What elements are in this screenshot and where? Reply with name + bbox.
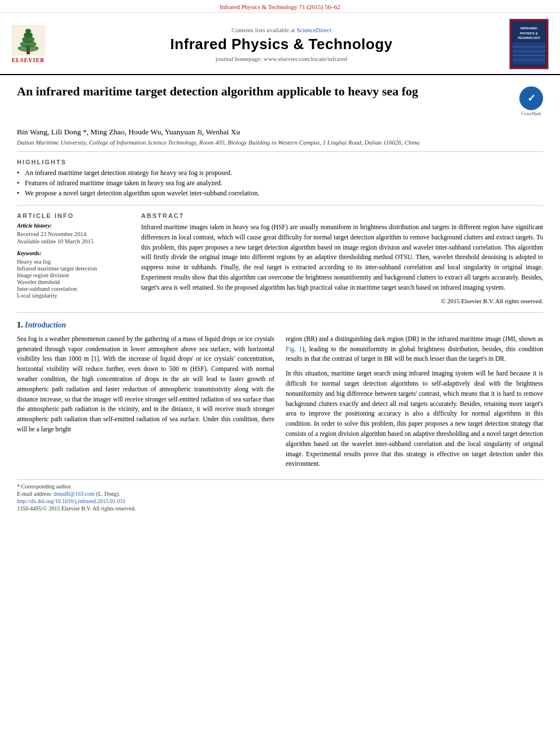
keyword-1: Heavy sea fog (17, 259, 130, 265)
intro-right-col: region (BR) and a distinguishing dark re… (286, 334, 543, 474)
article-footer: * Corresponding author. E-mail address: … (17, 479, 543, 512)
abstract-copyright: © 2015 Elsevier B.V. All rights reserved… (141, 298, 543, 304)
journal-title: Infrared Physics & Technology (54, 36, 509, 53)
keyword-4: Wavelet threshold (17, 279, 130, 285)
abstract-col: ABSTRACT Infrared maritime images taken … (141, 212, 543, 304)
article-title: An infrared maritime target detection al… (17, 84, 519, 100)
svg-text:TECHNOLOGY: TECHNOLOGY (517, 36, 540, 40)
intro-header: 1. Introduction (17, 321, 543, 330)
svg-rect-16 (513, 42, 545, 64)
contents-line: Contents lists available at ScienceDirec… (54, 27, 509, 33)
svg-point-10 (34, 43, 36, 45)
authors-line: Bin Wang, Lili Dong *, Ming Zhao, Houde … (17, 128, 543, 137)
article-title-section: An infrared maritime target detection al… (17, 84, 543, 122)
crossmark-text: CrossMark (521, 111, 541, 116)
article-info-label: ARTICLE INFO (17, 212, 130, 219)
svg-point-6 (25, 29, 31, 33)
affiliation-line: Dalian Maritime University, College of I… (17, 139, 543, 152)
available-date: Available online 10 March 2015 (17, 238, 130, 244)
article-history: Article history: Received 23 November 20… (17, 222, 130, 244)
svg-text:PHYSICS &: PHYSICS & (520, 32, 538, 35)
homepage-line: journal homepage: www.elsevier.com/locat… (54, 55, 509, 62)
svg-point-8 (36, 47, 38, 49)
fig1-link[interactable]: Fig. 1 (286, 346, 302, 352)
keyword-5: Inter-subband correlation (17, 286, 130, 292)
journal-header: ELSEVIER Contents lists available at Sci… (0, 13, 560, 75)
info-abstract-section: ARTICLE INFO Article history: Received 2… (17, 212, 543, 313)
journal-citation: Infrared Physics & Technology 71 (2015) … (0, 0, 560, 13)
intro-body: Sea fog is a weather phenomenon caused b… (17, 334, 543, 474)
sciencedirect-link[interactable]: ScienceDirect (296, 27, 331, 33)
email-line: E-mail address: drnudll@163.com (L. Dong… (17, 491, 543, 497)
history-label: Article history: (17, 222, 130, 229)
svg-point-9 (20, 43, 23, 45)
keyword-3: Image region division (17, 272, 130, 278)
highlights-item-3: We propose a novel target detection algo… (17, 189, 543, 198)
crossmark-badge: ✓ CrossMark (519, 86, 543, 116)
abstract-text: Infrared maritime images taken in heavy … (141, 222, 543, 293)
main-content: An infrared maritime target detection al… (0, 75, 560, 524)
introduction-section: 1. Introduction Sea fog is a weather phe… (17, 321, 543, 474)
author-email-link[interactable]: drnudll@163.com (54, 491, 95, 497)
doi-link[interactable]: http://dx.doi.org/10.1016/j.infrared.201… (17, 498, 125, 504)
received-date: Received 23 November 2014 (17, 231, 130, 237)
intro-left-para-1: Sea fog is a weather phenomenon caused b… (17, 334, 274, 435)
abstract-label: ABSTRACT (141, 212, 543, 219)
intro-right-para-2: In this situation, maritime target searc… (286, 369, 543, 469)
journal-center: Contents lists available at ScienceDirec… (54, 27, 509, 62)
doi-line: http://dx.doi.org/10.1016/j.infrared.201… (17, 498, 543, 504)
elsevier-tree-icon (11, 25, 45, 56)
keyword-6: Local singularity (17, 292, 130, 299)
section-title: Introduction (25, 321, 66, 329)
keyword-2: Infrared maritime target detection (17, 265, 130, 272)
crossmark-icon: ✓ (519, 86, 543, 110)
highlights-item-2: Features of infrared maritime image take… (17, 179, 543, 187)
keywords-section: Keywords: Heavy sea fog Infrared maritim… (17, 250, 130, 299)
svg-text:INFRARED: INFRARED (520, 27, 537, 30)
intro-left-col: Sea fog is a weather phenomenon caused b… (17, 334, 274, 474)
corresponding-author-note: * Corresponding author. (17, 483, 543, 490)
highlights-section: HIGHLIGHTS An infrared maritime target d… (17, 159, 543, 206)
elsevier-logo: ELSEVIER (11, 25, 45, 63)
section-num: 1. (17, 321, 23, 329)
keywords-label: Keywords: (17, 250, 130, 256)
intro-right-para-1: region (BR) and a distinguishing dark re… (286, 334, 543, 364)
highlights-item-1: An infrared maritime target detection st… (17, 169, 543, 177)
article-info-col: ARTICLE INFO Article history: Received 2… (17, 212, 130, 304)
svg-point-7 (18, 47, 20, 49)
header-left: ELSEVIER (11, 25, 54, 63)
journal-cover-image: INFRARED PHYSICS & TECHNOLOGY (509, 19, 549, 69)
elsevier-label: ELSEVIER (12, 57, 45, 63)
issn-line: 1350-4495/© 2015 Elsevier B.V. All right… (17, 505, 543, 512)
highlights-label: HIGHLIGHTS (17, 159, 543, 165)
